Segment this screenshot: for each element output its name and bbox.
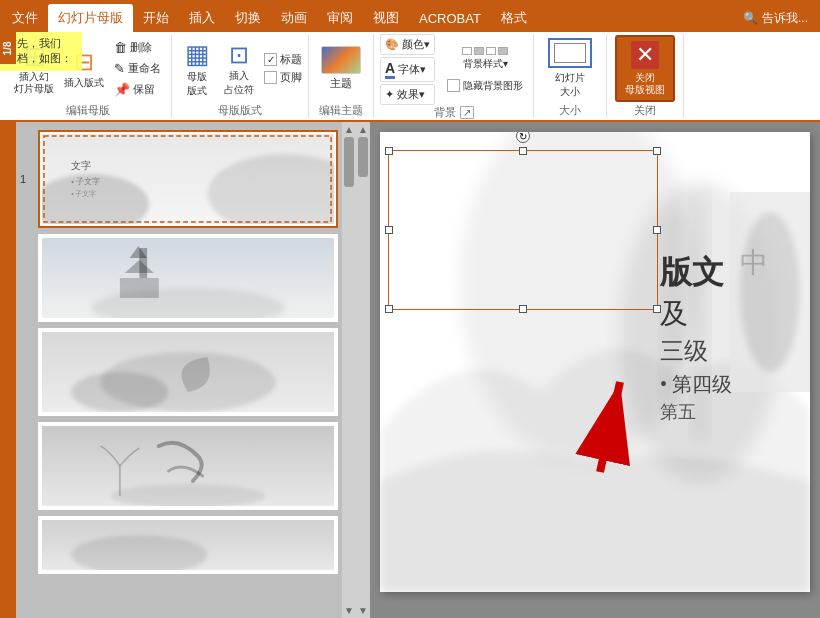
theme-icon <box>321 46 361 74</box>
svg-text:• 子文字: • 子文字 <box>71 177 100 186</box>
tab-insert[interactable]: 插入 <box>179 4 225 32</box>
theme-button[interactable]: 主题 <box>315 43 367 95</box>
footer-checkbox[interactable]: 页脚 <box>264 70 302 85</box>
tab-view[interactable]: 视图 <box>363 4 409 32</box>
master-layout-button[interactable]: ▦ 母版版式 <box>178 36 216 101</box>
delete-label: 删除 <box>130 40 152 55</box>
slide-size-icon <box>548 38 592 68</box>
handle-bl[interactable] <box>385 305 393 313</box>
canvas-scroll-down[interactable]: ▼ <box>358 605 368 616</box>
canvas-area: ↻ 版文 及 三级 • 第四级 第五 中 <box>370 122 820 618</box>
tab-cut[interactable]: 切换 <box>225 4 271 32</box>
svg-text:文字: 文字 <box>71 160 91 171</box>
insert-placeholder-button[interactable]: ⊡ 插入占位符 <box>220 38 258 100</box>
slide-number-indicator: 1/8 <box>0 32 16 64</box>
canvas-scroll-up[interactable]: ▲ <box>358 124 368 135</box>
font-icon: A <box>385 60 395 79</box>
svg-point-12 <box>71 372 168 412</box>
svg-text:中: 中 <box>740 247 768 278</box>
group-edit-theme-label: 编辑主题 <box>315 103 367 118</box>
close-master-icon: ✕ <box>631 41 659 69</box>
close-master-button[interactable]: ✕ 关闭母版视图 <box>615 35 675 102</box>
slide-thumb-1[interactable]: 1 文字 • 子文字 <box>38 130 338 228</box>
handle-tr[interactable] <box>653 147 661 155</box>
master-layout-label: 母版版式 <box>187 70 207 98</box>
group-edit-theme: 主题 编辑主题 <box>309 34 374 118</box>
red-arrow <box>540 352 660 482</box>
svg-point-13 <box>110 484 266 506</box>
hide-bg-label: 隐藏背景图形 <box>463 79 523 93</box>
svg-marker-8 <box>125 260 154 273</box>
background-style-button[interactable]: 背景样式▾ <box>443 45 527 73</box>
handle-ml[interactable] <box>385 226 393 234</box>
canvas-text-line5: 第五 <box>660 399 732 426</box>
svg-text:• 子文字: • 子文字 <box>71 190 96 197</box>
handle-tc[interactable] <box>519 147 527 155</box>
svg-point-21 <box>740 212 800 372</box>
canvas-text-content: 版文 及 三级 • 第四级 第五 <box>660 252 732 426</box>
tab-animation[interactable]: 动画 <box>271 4 317 32</box>
canvas-text-line1: 版文 <box>660 252 732 294</box>
slide-canvas[interactable]: ↻ 版文 及 三级 • 第四级 第五 中 <box>380 132 810 592</box>
footer-checkbox-label: 页脚 <box>280 70 302 85</box>
font-label: 字体▾ <box>398 62 426 77</box>
slide-thumb-3[interactable] <box>38 328 338 416</box>
slide-thumb-5[interactable] <box>38 516 338 574</box>
theme-label: 主题 <box>330 76 352 91</box>
effect-button[interactable]: ✦ 效果▾ <box>380 84 435 105</box>
tab-review[interactable]: 审阅 <box>317 4 363 32</box>
preserve-button[interactable]: 📌 保留 <box>110 80 165 99</box>
insert-placeholder-icon: ⊡ <box>229 41 249 69</box>
scroll-thumb[interactable] <box>344 137 354 187</box>
preserve-icon: 📌 <box>114 82 130 97</box>
selection-box[interactable]: ↻ <box>388 150 658 310</box>
scroll-down-arrow[interactable]: ▼ <box>344 605 354 616</box>
color-icon: 🎨 <box>385 38 399 51</box>
color-button[interactable]: 🎨 颜色▾ <box>380 34 435 55</box>
ribbon: 文件 幻灯片母版 开始 插入 切换 动画 审阅 视图 ACROBAT 格式 🔍 … <box>0 0 820 122</box>
handle-tl[interactable] <box>385 147 393 155</box>
scroll-up-arrow[interactable]: ▲ <box>344 124 354 135</box>
rename-icon: ✎ <box>114 61 125 76</box>
svg-line-24 <box>600 382 620 472</box>
tab-file[interactable]: 文件 <box>2 4 48 32</box>
slide-size-button[interactable]: 幻灯片大小 <box>540 34 600 103</box>
tell-label: 告诉我... <box>762 10 808 27</box>
canvas-left-scrollbar[interactable]: ▲ ▼ <box>356 122 370 618</box>
left-sidebar <box>0 122 16 618</box>
canvas-text-line3: 三级 <box>660 333 732 369</box>
slide-thumb-4[interactable] <box>38 422 338 510</box>
group-master-layout-label: 母版版式 <box>178 103 302 118</box>
ribbon-content: ⊞ 插入幻灯片母版 ⊟ 插入版式 🗑 删除 ✎ 重命名 <box>0 32 820 122</box>
effect-label: 效果▾ <box>397 87 425 102</box>
hide-bg-button[interactable]: 隐藏背景图形 <box>443 77 527 95</box>
slide-thumb-2[interactable] <box>38 234 338 322</box>
ribbon-tabs-bar: 文件 幻灯片母版 开始 插入 切换 动画 审阅 视图 ACROBAT 格式 🔍 … <box>0 0 820 32</box>
tab-acrobat[interactable]: ACROBAT <box>409 4 491 32</box>
tab-format[interactable]: 格式 <box>491 4 537 32</box>
group-background: 🎨 颜色▾ A 字体▾ ✦ 效果▾ <box>374 34 534 118</box>
master-layout-icon: ▦ <box>185 39 210 70</box>
handle-bc[interactable] <box>519 305 527 313</box>
group-close: ✕ 关闭母版视图 关闭 <box>607 34 684 118</box>
main-area: 1 文字 • 子文字 <box>0 122 820 618</box>
color-label: 颜色▾ <box>402 37 430 52</box>
svg-point-15 <box>71 535 207 570</box>
svg-point-1 <box>207 154 334 224</box>
font-button[interactable]: A 字体▾ <box>380 57 435 82</box>
delete-button[interactable]: 🗑 删除 <box>110 38 165 57</box>
preserve-label: 保留 <box>133 82 155 97</box>
canvas-scroll-thumb[interactable] <box>358 137 368 177</box>
slide-panel-scrollbar[interactable]: ▲ ▼ <box>342 122 356 618</box>
title-checkbox[interactable]: ✓ 标题 <box>264 52 302 67</box>
tab-slide-master[interactable]: 幻灯片母版 <box>48 4 133 32</box>
tab-start[interactable]: 开始 <box>133 4 179 32</box>
background-style-label: 背景样式▾ <box>463 57 508 71</box>
handle-mr[interactable] <box>653 226 661 234</box>
delete-icon: 🗑 <box>114 40 127 55</box>
rename-button[interactable]: ✎ 重命名 <box>110 59 165 78</box>
group-close-label: 关闭 <box>615 103 675 118</box>
search-box[interactable]: 🔍 告诉我... <box>733 4 818 32</box>
close-master-label: 关闭母版视图 <box>625 72 665 96</box>
insert-placeholder-label: 插入占位符 <box>224 69 254 97</box>
